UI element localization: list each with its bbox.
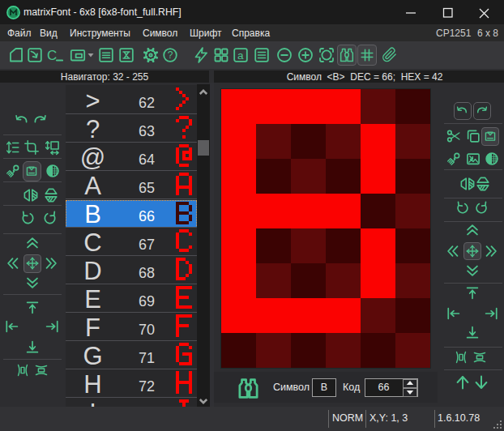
- svg-text:C: C: [47, 48, 57, 63]
- svg-text:a: a: [237, 49, 244, 62]
- svg-text:?: ?: [168, 49, 173, 61]
